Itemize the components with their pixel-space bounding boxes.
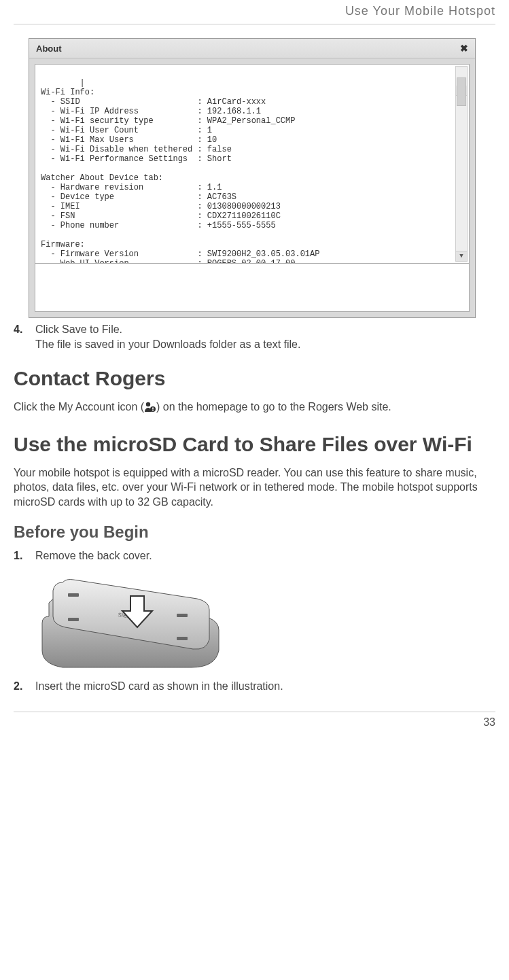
page-number: 33 (14, 712, 495, 729)
step-2-text: Insert the microSD card as shown in the … (35, 680, 495, 693)
microsd-paragraph: Your mobile hotspot is equipped with a m… (14, 466, 495, 510)
about-dialog-lower-area (35, 264, 470, 312)
running-header: Use Your Mobile Hotspot (14, 0, 495, 24)
contact-rogers-paragraph: Click the My Account icon () on the home… (14, 400, 495, 417)
svg-rect-4 (68, 593, 79, 597)
heading-microsd: Use the microSD Card to Share Files over… (14, 433, 495, 456)
about-dialog: About ✖ | Wi-Fi Info: - SSID : AirCard-x… (29, 38, 476, 318)
about-dialog-text: | Wi-Fi Info: - SSID : AirCard-xxxx - Wi… (41, 78, 319, 264)
about-dialog-titlebar: About ✖ (29, 39, 475, 58)
step-1: 1. Remove the back cover. (14, 550, 495, 562)
step-1-number: 1. (14, 550, 35, 562)
step-4: 4. Click Save to File. (14, 323, 495, 336)
about-dialog-body-wrap: | Wi-Fi Info: - SSID : AirCard-xxxx - Wi… (29, 58, 475, 317)
step-2: 2. Insert the microSD card as shown in t… (14, 680, 495, 693)
about-dialog-title: About (36, 43, 62, 54)
svg-rect-5 (68, 618, 79, 621)
svg-rect-6 (177, 614, 188, 617)
heading-contact-rogers: Contact Rogers (14, 367, 495, 390)
step-2-number: 2. (14, 680, 35, 693)
step-1-text: Remove the back cover. (35, 550, 495, 562)
step-4-text: Click Save to File. (35, 323, 495, 336)
svg-rect-3 (152, 410, 154, 411)
heading-before-you-begin: Before you Begin (14, 523, 495, 542)
close-icon[interactable]: ✖ (460, 43, 468, 54)
contact-para-pre: Click the My Account icon ( (14, 401, 144, 413)
device-back-cover-illustration: SIERRA (35, 569, 226, 671)
contact-para-post: ) on the homepage to go to the Rogers We… (156, 401, 391, 413)
svg-rect-2 (152, 408, 154, 410)
scroll-down-icon[interactable]: ▼ (456, 251, 467, 261)
step-4-subtext: The file is saved in your Downloads fold… (35, 338, 495, 351)
scrollbar[interactable]: ▲ ▼ (455, 66, 468, 262)
scroll-thumb[interactable] (457, 77, 466, 106)
my-account-icon (144, 402, 156, 417)
svg-point-0 (146, 402, 150, 406)
step-4-number: 4. (14, 323, 35, 336)
svg-rect-7 (177, 637, 188, 640)
about-dialog-textarea[interactable]: | Wi-Fi Info: - SSID : AirCard-xxxx - Wi… (35, 64, 470, 264)
